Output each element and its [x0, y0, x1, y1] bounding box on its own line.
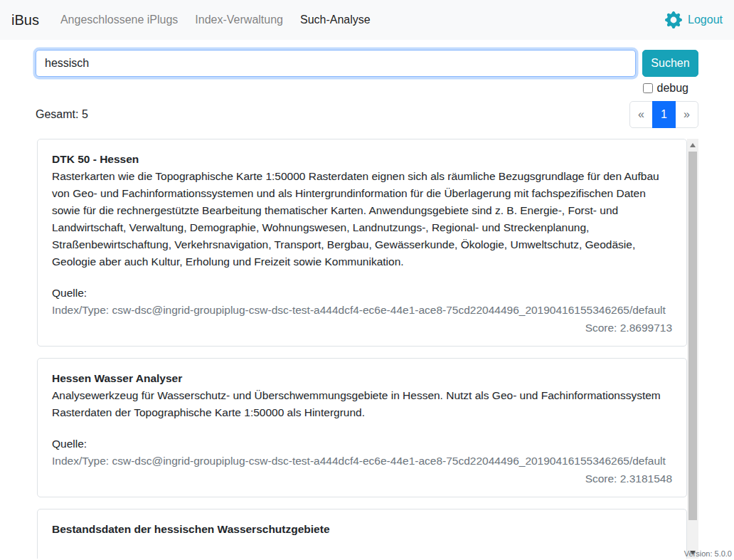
result-card: DTK 50 - Hessen Rasterkarten wie die Top… [37, 139, 687, 347]
scrollbar[interactable] [687, 139, 698, 559]
debug-row: debug [36, 82, 698, 95]
result-text: Bestandsdaten der hessischen Wasserschut… [52, 521, 672, 538]
result-score: Score: 2.3181548 [52, 472, 672, 485]
result-source-label: Quelle: [52, 435, 672, 453]
search-button[interactable]: Suchen [642, 50, 698, 77]
main-content: Suchen debug Gesamt: 5 « 1 » DTK 50 - He… [0, 50, 734, 559]
scrollbar-thumb[interactable] [688, 152, 697, 520]
result-text: DTK 50 - Hessen Rasterkarten wie die Top… [52, 151, 672, 270]
result-text: Hessen Wasser Analyser Analysewerkzeug f… [52, 370, 672, 421]
pagination-page-1[interactable]: 1 [652, 101, 676, 128]
result-title: Bestandsdaten der hessischen Wasserschut… [52, 523, 330, 535]
result-description: Analysewerkzeug für Wasserschutz- und Üb… [52, 389, 661, 418]
nav-item-angeschlossene-iplugs[interactable]: Angeschlossene iPlugs [55, 8, 184, 32]
result-title: DTK 50 - Hessen [52, 153, 139, 165]
result-card: Hessen Wasser Analyser Analysewerkzeug f… [37, 358, 687, 497]
scrollbar-up-button[interactable] [687, 139, 698, 151]
gear-icon[interactable] [665, 11, 682, 28]
search-input[interactable] [36, 50, 636, 77]
navbar-right: Logout [665, 11, 723, 28]
result-index-type: Index/Type: csw-dsc@ingrid-groupiplug-cs… [52, 302, 672, 319]
pagination-next[interactable]: » [675, 101, 698, 128]
search-row: Suchen [36, 50, 698, 77]
result-title: Hessen Wasser Analyser [52, 372, 182, 384]
result-card: Bestandsdaten der hessischen Wasserschut… [37, 509, 687, 559]
nav-item-index-verwaltung[interactable]: Index-Verwaltung [189, 8, 289, 32]
pagination-prev[interactable]: « [629, 101, 653, 128]
results-list: DTK 50 - Hessen Rasterkarten wie die Top… [36, 139, 698, 559]
result-source-label: Quelle: [52, 285, 672, 302]
results-meta-row: Gesamt: 5 « 1 » [36, 101, 698, 128]
result-description: Rasterkarten wie die Topographische Kart… [52, 170, 659, 268]
result-score: Score: 2.8699713 [52, 322, 672, 334]
result-index-type: Index/Type: csw-dsc@ingrid-groupiplug-cs… [52, 453, 672, 470]
debug-checkbox[interactable] [643, 83, 653, 93]
logout-link[interactable]: Logout [688, 14, 723, 26]
pagination: « 1 » [629, 101, 698, 128]
top-navbar: iBus Angeschlossene iPlugs Index-Verwalt… [0, 0, 734, 40]
version-label: Version: 5.0.0 [684, 549, 732, 558]
brand-ibus[interactable]: iBus [11, 12, 39, 28]
nav-item-such-analyse[interactable]: Such-Analyse [294, 8, 376, 32]
debug-label[interactable]: debug [657, 82, 689, 95]
results-total: Gesamt: 5 [36, 108, 88, 121]
scroll-up-icon [690, 143, 696, 147]
